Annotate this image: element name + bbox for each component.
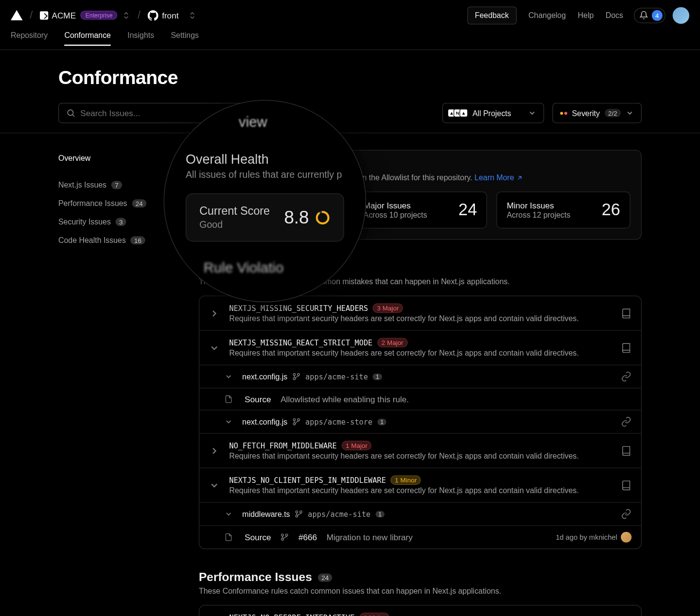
notifications-button[interactable]: 4 xyxy=(634,7,665,23)
magnifier-cutoff-bottom: Rule Violatio xyxy=(204,259,344,276)
file-count: 1 xyxy=(377,418,386,425)
rule-row[interactable]: NO_FETCH_FROM_MIDDLEWARE1 Major Requires… xyxy=(199,433,641,467)
help-link[interactable]: Help xyxy=(578,11,594,19)
rule-row[interactable]: NEXTJS_NO_BEFORE_INTERACTIVE1 Major Requ… xyxy=(199,606,641,616)
file-path: apps/acme-site xyxy=(308,510,370,518)
commit-time: 1d ago by mknichel xyxy=(556,533,617,541)
book-icon[interactable] xyxy=(621,445,631,456)
file-row[interactable]: middleware.ts apps/acme-site 1 xyxy=(199,502,641,525)
slash-icon: / xyxy=(138,9,140,21)
chevron-down-icon xyxy=(225,510,233,518)
repo-name[interactable]: front xyxy=(162,10,178,20)
severity-badge: 1 Minor xyxy=(391,475,421,485)
svg-point-11 xyxy=(300,511,302,513)
vercel-logo[interactable] xyxy=(11,10,22,20)
magnifier-score-value: 8.8 xyxy=(284,207,309,228)
changelog-link[interactable]: Changelog xyxy=(528,11,566,19)
learn-more-link[interactable]: Learn More xyxy=(474,173,524,182)
rule-name: NEXTJS_MISSING_SECURITY_HEADERS xyxy=(229,304,368,312)
svg-point-16 xyxy=(317,212,329,223)
link-icon[interactable] xyxy=(621,416,631,427)
pr-number[interactable]: #666 xyxy=(298,532,317,542)
tab-repository[interactable]: Repository xyxy=(11,31,48,46)
book-icon[interactable] xyxy=(621,342,631,353)
svg-point-8 xyxy=(298,419,299,421)
tab-conformance[interactable]: Conformance xyxy=(64,31,111,46)
section-header-performance: Performance Issues 24 xyxy=(199,570,642,584)
severity-dropdown[interactable]: Severity 2/2 xyxy=(552,103,642,123)
section-count: 24 xyxy=(318,573,332,582)
source-row: Source Allowlisted while enabling this r… xyxy=(199,388,641,410)
file-path: apps/acme-store xyxy=(305,417,372,426)
svg-point-3 xyxy=(293,374,295,376)
svg-point-14 xyxy=(286,534,288,536)
rule-row[interactable]: NEXTJS_MISSING_REACT_STRICT_MODE2 Major … xyxy=(199,330,641,365)
severity-badge: 2 Major xyxy=(377,338,407,348)
file-row[interactable]: next.config.js apps/acme-store 1 xyxy=(199,410,641,433)
repo-switcher-icon[interactable] xyxy=(188,11,196,19)
major-value: 24 xyxy=(458,201,477,220)
chevron-down-icon xyxy=(626,109,634,117)
file-name: next.config.js xyxy=(242,417,287,426)
avatar[interactable] xyxy=(673,7,689,23)
org-switcher-icon[interactable] xyxy=(122,11,130,19)
chevron-down-icon xyxy=(225,373,233,381)
link-icon[interactable] xyxy=(621,371,631,382)
rule-list: NEXTJS_MISSING_SECURITY_HEADERS3 Major R… xyxy=(199,296,642,549)
rule-desc: Requires that important security headers… xyxy=(229,486,611,495)
severity-label: Severity xyxy=(572,108,600,117)
branch-icon xyxy=(295,510,303,518)
source-label: Source xyxy=(245,394,271,404)
org-icon xyxy=(40,11,48,19)
source-label: Source xyxy=(245,532,271,542)
file-count: 1 xyxy=(375,511,385,517)
commit-message: Migration to new library xyxy=(327,532,413,542)
rule-row[interactable]: NEXTJS_NO_CLIENT_DEPS_IN_MIDDLEWARE1 Min… xyxy=(199,467,641,502)
rule-name: NO_FETCH_FROM_MIDDLEWARE xyxy=(229,441,336,450)
book-icon[interactable] xyxy=(621,308,631,319)
source-note: Allowlisted while enabling this rule. xyxy=(280,394,409,404)
book-icon[interactable] xyxy=(621,480,631,491)
slash-icon: / xyxy=(30,9,33,21)
stat-sub: Across 10 projects xyxy=(364,210,427,219)
chevron-right-icon xyxy=(209,445,220,456)
tab-settings[interactable]: Settings xyxy=(171,31,199,46)
sidebar-item-count: 7 xyxy=(111,181,122,189)
feedback-button[interactable]: Feedback xyxy=(467,6,517,24)
magnifier-sub: All issues of rules that are currently p xyxy=(186,170,344,180)
page-title: Conformance xyxy=(58,67,642,88)
minor-value: 26 xyxy=(602,201,620,220)
project-icons: ▲N▲ xyxy=(450,109,468,117)
svg-point-4 xyxy=(293,377,295,379)
external-link-icon xyxy=(516,174,524,182)
rule-desc: Requires that important security headers… xyxy=(229,349,611,358)
stat-title: Minor Issues xyxy=(507,201,570,210)
file-row[interactable]: next.config.js apps/acme-site 1 xyxy=(199,365,641,388)
stat-title: Major Issues xyxy=(364,201,427,210)
magnifier-score-sub: Good xyxy=(199,220,270,230)
magnifier-title: Overall Health xyxy=(186,152,344,167)
link-icon[interactable] xyxy=(621,509,631,519)
commit-author: 1d ago by mknichel xyxy=(556,532,631,543)
stat-sub: Across 12 projects xyxy=(507,210,570,219)
file-name: middleware.ts xyxy=(242,510,290,518)
projects-dropdown[interactable]: ▲N▲ All Projects xyxy=(442,103,543,123)
github-icon xyxy=(148,10,158,20)
chevron-down-icon xyxy=(225,418,233,426)
sidebar-item-count: 3 xyxy=(116,218,126,226)
rule-desc: Requires that important security headers… xyxy=(229,314,611,323)
rule-list: NEXTJS_NO_BEFORE_INTERACTIVE1 Major Requ… xyxy=(199,605,642,616)
severity-badge: 3 Major xyxy=(373,303,403,313)
file-path: apps/acme-site xyxy=(305,372,368,381)
svg-point-13 xyxy=(281,538,283,540)
branch-icon xyxy=(280,533,289,541)
rule-desc: Requires that important security headers… xyxy=(229,451,611,460)
search-icon xyxy=(66,108,76,118)
org-name[interactable]: ACME xyxy=(52,10,76,20)
docs-link[interactable]: Docs xyxy=(606,11,623,19)
tab-insights[interactable]: Insights xyxy=(127,31,154,46)
sidebar-item-count: 16 xyxy=(131,236,145,244)
severity-badge: 1 Major xyxy=(341,441,371,450)
minor-stat: Minor IssuesAcross 12 projects 26 xyxy=(497,191,630,228)
svg-point-9 xyxy=(296,511,298,513)
